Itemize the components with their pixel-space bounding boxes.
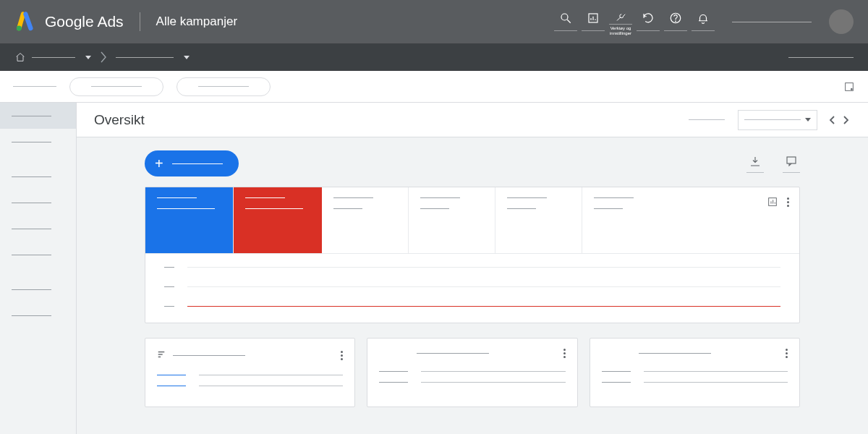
sort-icon	[157, 349, 166, 362]
svg-point-8	[676, 21, 676, 22]
metric-tab[interactable]	[322, 187, 409, 253]
reports-icon[interactable]	[582, 7, 605, 36]
nav-item[interactable]	[0, 216, 76, 242]
svg-rect-12	[769, 198, 777, 206]
metric-tab-secondary[interactable]	[234, 187, 322, 253]
plus-icon: +	[155, 156, 163, 171]
chevron-right-icon[interactable]	[841, 115, 851, 125]
chart-line-red	[187, 306, 780, 307]
page-header: Oversikt	[77, 103, 868, 137]
insight-card	[590, 338, 800, 407]
content: +	[77, 137, 868, 407]
nav-item[interactable]	[0, 190, 76, 216]
metric-tab[interactable]	[409, 187, 495, 253]
notifications-icon[interactable]	[692, 7, 715, 36]
nav-item[interactable]	[0, 242, 76, 268]
main-area: Oversikt +	[77, 103, 868, 434]
more-menu-icon[interactable]	[563, 349, 566, 358]
metric-tab[interactable]	[495, 187, 582, 253]
date-nav	[827, 115, 851, 125]
more-menu-icon[interactable]	[341, 351, 343, 360]
compare-label	[689, 119, 725, 120]
svg-point-1	[561, 14, 568, 20]
chevron-left-icon[interactable]	[827, 115, 838, 125]
chart-area	[145, 254, 799, 323]
filter-pill[interactable]	[69, 77, 163, 96]
avatar[interactable]	[829, 9, 854, 34]
filter-bar	[0, 71, 868, 103]
more-menu-icon[interactable]	[787, 197, 789, 207]
breadcrumb-bar	[0, 43, 868, 71]
breadcrumb-level[interactable]	[116, 56, 190, 59]
svg-point-10	[851, 88, 852, 90]
date-range-select[interactable]	[738, 110, 817, 130]
svg-rect-11	[787, 157, 796, 163]
nav-item-overview[interactable]	[0, 103, 76, 129]
expand-chart-icon[interactable]	[767, 196, 778, 208]
feedback-icon	[785, 155, 798, 168]
product-name: Google Ads	[45, 13, 124, 30]
chevron-down-icon	[805, 118, 811, 122]
nav-item[interactable]	[0, 163, 76, 190]
chevron-down-icon	[85, 56, 91, 59]
brand: Google Ads	[14, 12, 124, 32]
top-actions: Verktøy og innstillinger	[554, 7, 854, 36]
svg-line-2	[567, 20, 571, 23]
nav-item[interactable]	[0, 129, 76, 155]
download-button[interactable]	[746, 155, 764, 173]
new-campaign-button[interactable]: +	[145, 150, 239, 176]
top-bar: Google Ads Alle kampanjer Verktøy og inn…	[0, 0, 868, 43]
feedback-button[interactable]	[783, 155, 800, 173]
google-ads-logo-icon	[14, 12, 35, 32]
metric-tabs	[145, 187, 799, 254]
breadcrumb-aux[interactable]	[788, 57, 854, 58]
home-icon	[14, 51, 26, 63]
download-icon	[749, 155, 762, 168]
action-row: +	[145, 150, 800, 176]
page-title: Oversikt	[94, 112, 145, 128]
tools-icon[interactable]: Verktøy og innstillinger	[609, 7, 632, 36]
filter-label	[13, 86, 56, 87]
nav-item[interactable]	[0, 276, 76, 302]
refresh-icon[interactable]	[637, 7, 660, 36]
side-nav	[0, 103, 77, 434]
more-menu-icon[interactable]	[786, 349, 788, 358]
metrics-chart-card	[145, 187, 800, 323]
insight-card	[367, 338, 577, 407]
chevron-right-icon	[100, 51, 107, 64]
insight-cards	[145, 338, 800, 407]
metric-tab-primary[interactable]	[145, 187, 234, 253]
account-email[interactable]	[732, 22, 812, 22]
chevron-down-icon	[184, 56, 190, 59]
help-icon[interactable]	[664, 7, 687, 36]
metric-tab[interactable]	[582, 187, 669, 253]
save-view-icon[interactable]	[843, 81, 855, 93]
svg-point-0	[17, 26, 22, 31]
search-icon[interactable]	[554, 7, 577, 36]
breadcrumb-home[interactable]	[14, 51, 91, 63]
insight-card	[145, 338, 355, 407]
divider	[140, 12, 140, 31]
campaign-scope[interactable]: Alle kampanjer	[156, 14, 237, 29]
nav-item[interactable]	[0, 302, 76, 328]
filter-pill[interactable]	[176, 77, 271, 96]
